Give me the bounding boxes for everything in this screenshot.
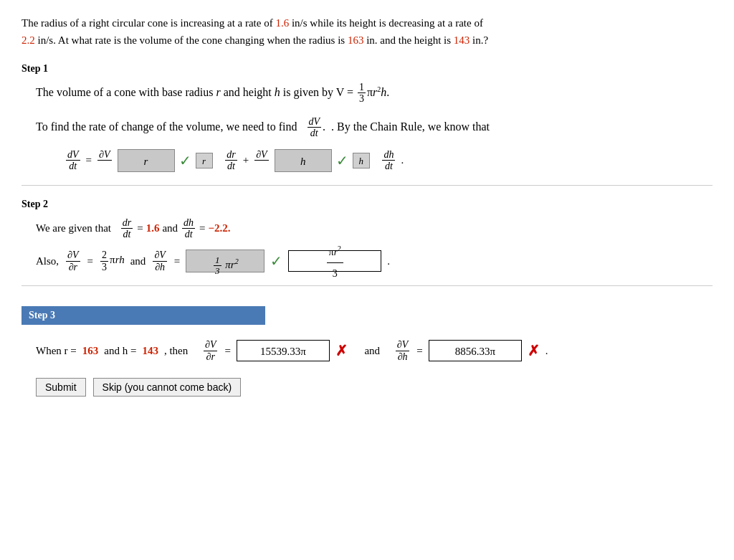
- submit-button[interactable]: Submit: [36, 378, 86, 397]
- dV-dr-value: 2 3 πrh: [99, 250, 125, 272]
- step3-content: When r = 163 and h = 143 , then ∂V ∂r = …: [36, 339, 712, 397]
- dV-dh-partial: ∂V ∂h: [153, 250, 166, 272]
- x1-icon: ✗: [335, 342, 348, 359]
- height-value: 143: [454, 34, 470, 46]
- dh-dt-given: dh dt: [182, 217, 195, 240]
- input-r-box[interactable]: r: [118, 149, 175, 172]
- check2-icon: ✓: [336, 152, 348, 169]
- dV-dt-frac: dV dt: [308, 116, 322, 139]
- problem-part5: in.?: [470, 34, 488, 46]
- small-r-box[interactable]: r: [196, 153, 213, 169]
- problem-part4: in. and the height is: [363, 34, 453, 46]
- partial-dV-symbol1: ∂V ∂r: [97, 149, 111, 172]
- check1-icon: ✓: [179, 152, 191, 169]
- small-h-box[interactable]: h: [353, 153, 370, 169]
- given-values-line: We are given that dr dt = 1.6 and dh dt …: [36, 217, 712, 240]
- problem-part2: in/s while its height is decreasing at a…: [289, 17, 483, 29]
- dV-dh-input-box[interactable]: 1 3 πr2: [186, 250, 264, 272]
- also-line: Also, ∂V ∂r = 2 3 πrh and ∂V ∂h = 1 3 πr…: [36, 250, 712, 272]
- step3-answer1: 15539.33π: [260, 346, 306, 357]
- step3-text3: , then: [164, 345, 188, 357]
- step3-line: When r = 163 and h = 143 , then ∂V ∂r = …: [36, 339, 712, 362]
- step3-answer2: 8856.33π: [455, 346, 495, 357]
- divider1: [22, 185, 712, 186]
- problem-part1: The radius of a right circular cone is i…: [22, 17, 275, 29]
- dr-dt-value: 1.6: [146, 222, 160, 234]
- step3-h-val: 143: [142, 345, 158, 357]
- dh-dt-frac: dh dt: [382, 149, 395, 172]
- step3-dV-dh: ∂V ∂h: [396, 339, 409, 362]
- dV-dh-answer-box[interactable]: πr2 3: [288, 250, 381, 272]
- step1-chain-text: To find the rate of change of the volume…: [36, 116, 712, 139]
- x2-icon: ✗: [528, 342, 540, 359]
- step1-content: The volume of a cone with base radius r …: [36, 82, 712, 172]
- dr-dt-given: dr dt: [121, 217, 133, 240]
- input-h-box[interactable]: h: [275, 149, 332, 172]
- step1-header: Step 1: [22, 63, 712, 75]
- and-text2: and: [130, 255, 146, 267]
- step3-text1: When r =: [36, 345, 77, 357]
- step3-answer2-box[interactable]: 8856.33π: [429, 340, 522, 361]
- dh-dt-value: −2.2.: [209, 222, 231, 234]
- dr-dt-frac: dr dt: [225, 149, 237, 172]
- dV-dr-partial: ∂V ∂r: [66, 250, 80, 272]
- divider2: [22, 285, 712, 286]
- check3-icon: ✓: [270, 252, 282, 270]
- step3-text2: and h =: [104, 345, 136, 357]
- problem-text: The radius of a right circular cone is i…: [22, 14, 712, 49]
- step2-header: Step 2: [22, 199, 712, 210]
- also-text: Also,: [36, 255, 59, 267]
- and-text1: and: [162, 222, 178, 234]
- step2-content: We are given that dr dt = 1.6 and dh dt …: [36, 217, 712, 273]
- volume-formula: 1 3 πr2h.: [356, 86, 389, 98]
- button-row: Submit Skip (you cannot come back): [36, 366, 712, 397]
- step3-dV-dr: ∂V ∂r: [204, 339, 217, 362]
- chain-rule-equation: dV dt = ∂V ∂r r ✓ r dr dt + ∂V ∂h h: [65, 149, 712, 172]
- radius-value: 163: [348, 34, 364, 46]
- rate1-value: 1.6: [275, 17, 289, 29]
- chain-dV-dt: dV dt: [66, 149, 80, 172]
- step3-header: Step 3: [22, 306, 265, 325]
- h-variable: h: [275, 86, 280, 98]
- rate2-value: 2.2: [22, 34, 35, 46]
- one-third-frac: 1 3: [358, 82, 366, 105]
- step3-answer1-box[interactable]: 15539.33π: [237, 340, 330, 361]
- step3-r-val: 163: [82, 345, 99, 357]
- partial-dV-symbol2: ∂V ∂h: [254, 149, 268, 172]
- skip-button[interactable]: Skip (you cannot come back): [93, 378, 242, 397]
- step1-formula-text: The volume of a cone with base radius r …: [36, 82, 712, 105]
- given-text: We are given that: [36, 222, 111, 234]
- problem-part3: in/s. At what rate is the volume of the …: [35, 34, 348, 46]
- step3-and-text: and: [364, 345, 380, 357]
